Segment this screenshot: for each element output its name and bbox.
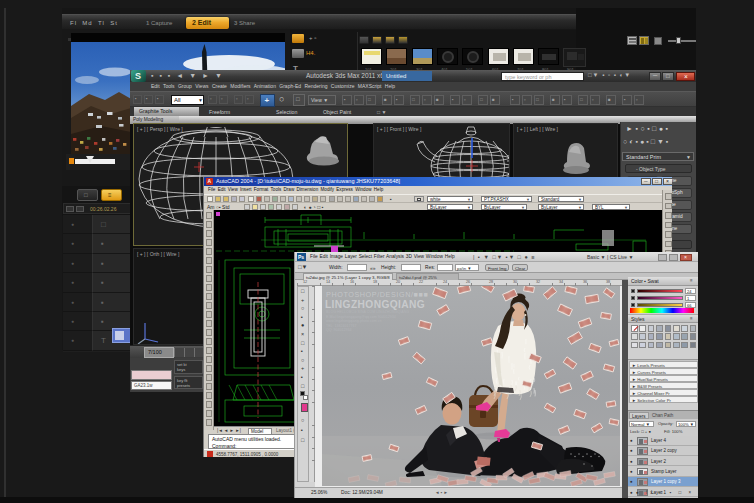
svg-text:LINGZHONGQIANG: LINGZHONGQIANG	[325, 299, 425, 310]
svg-text:QQ: 904012934: QQ: 904012934	[326, 328, 352, 332]
svg-text:E-Mail:lingzhongqiang@qq.com 9: E-Mail:lingzhongqiang@qq.com 904012934	[326, 315, 396, 319]
svg-text:TEL: 13824017767: TEL: 13824017767	[326, 324, 357, 328]
svg-text:BLOG:HELLOBCG SINA COM LINGZHO: BLOG:HELLOBCG SINA COM LINGZHONGQIANG	[326, 310, 409, 314]
svg-text:www.lingzhongqiang-photo.com.c: www.lingzhongqiang-photo.com.cn	[326, 319, 382, 323]
